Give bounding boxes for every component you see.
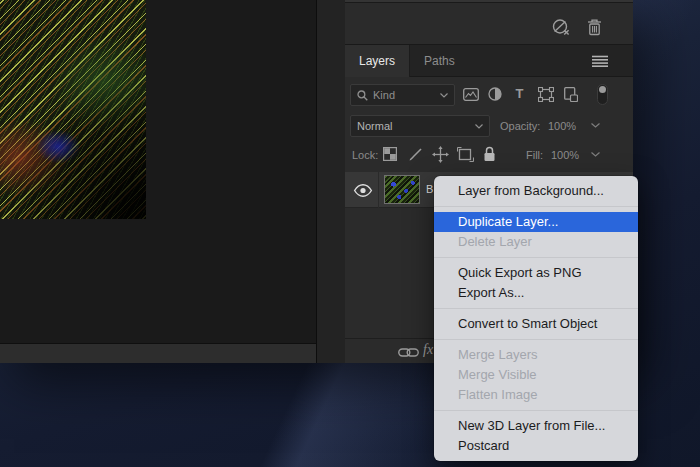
menu-item-duplicate-layer[interactable]: Duplicate Layer... [434, 212, 638, 232]
lock-pixels-brush-icon[interactable] [407, 146, 423, 162]
type-layer-filter-icon[interactable]: T [513, 86, 526, 101]
adjustment-layer-filter-icon[interactable] [487, 86, 502, 101]
layer-name: B [426, 183, 433, 195]
pixel-layer-filter-icon[interactable] [462, 87, 479, 101]
document-canvas[interactable] [0, 0, 316, 343]
menu-item-flatten-image: Flatten Image [434, 385, 638, 405]
menu-item-merge-layers: Merge Layers [434, 345, 638, 365]
tab-layers-label: Layers [359, 54, 395, 68]
document-status-bar [0, 343, 316, 363]
lock-label: Lock: [352, 149, 378, 161]
upper-panel-footer [345, 0, 633, 45]
menu-separator [434, 206, 638, 207]
filter-row: Kind T [345, 77, 633, 108]
lock-frame-icon[interactable] [456, 146, 474, 162]
link-layers-icon[interactable] [397, 346, 419, 358]
shape-layer-filter-icon[interactable] [537, 86, 554, 102]
layer-context-menu: Layer from Background... Duplicate Layer… [434, 176, 638, 461]
chevron-down-icon [475, 124, 483, 129]
menu-item-new-3d-layer[interactable]: New 3D Layer from File... [434, 416, 638, 436]
eye-column-divider [378, 172, 379, 208]
tab-paths[interactable]: Paths [410, 45, 469, 77]
menu-item-quick-export-png[interactable]: Quick Export as PNG [434, 263, 638, 283]
search-icon [357, 90, 368, 101]
blend-mode-value: Normal [357, 120, 475, 132]
menu-item-merge-visible: Merge Visible [434, 365, 638, 385]
menu-item-layer-from-background[interactable]: Layer from Background... [434, 181, 638, 201]
filter-toggle-knob [599, 86, 606, 93]
tab-paths-label: Paths [424, 54, 455, 68]
menu-separator [434, 308, 638, 309]
layer-visibility-eye-icon[interactable] [352, 183, 373, 197]
fill-value[interactable]: 100% [551, 149, 579, 161]
menu-item-postcard[interactable]: Postcard [434, 436, 638, 456]
menu-separator [434, 410, 638, 411]
sync-disabled-icon[interactable] [550, 17, 572, 37]
opacity-label: Opacity: [500, 120, 540, 132]
lock-transparency-icon[interactable] [382, 146, 397, 161]
menu-separator [434, 257, 638, 258]
peacock-feather-image [0, 0, 146, 219]
kind-filter-label: Kind [373, 89, 440, 101]
fill-label: Fill: [526, 149, 543, 161]
menu-item-convert-smart-object[interactable]: Convert to Smart Object [434, 314, 638, 334]
menu-item-delete-layer: Delete Layer [434, 232, 638, 252]
panel-tab-bar: Layers Paths [345, 45, 633, 77]
blend-mode-select[interactable]: Normal [350, 115, 490, 137]
filter-toggle[interactable] [597, 84, 608, 105]
menu-item-export-as[interactable]: Export As... [434, 283, 638, 303]
opacity-value[interactable]: 100% [548, 120, 576, 132]
panel-menu-icon[interactable] [592, 55, 608, 67]
panel-divider [345, 0, 633, 3]
lock-row: Lock: [345, 141, 633, 172]
trash-icon[interactable] [585, 17, 603, 37]
tab-layers[interactable]: Layers [345, 45, 410, 77]
chevron-down-icon[interactable] [591, 123, 600, 128]
panel-gutter [316, 0, 345, 363]
blend-row: Normal Opacity: 100% [345, 108, 633, 141]
desktop: Layers Paths [0, 0, 700, 467]
layer-thumbnail[interactable] [384, 175, 420, 204]
chevron-down-icon[interactable] [591, 152, 600, 157]
layer-style-fx-icon[interactable]: fx [423, 342, 433, 358]
chevron-down-icon [440, 93, 448, 98]
smart-object-filter-icon[interactable] [563, 86, 578, 102]
menu-separator [434, 339, 638, 340]
lock-position-move-icon[interactable] [431, 145, 449, 163]
lock-all-padlock-icon[interactable] [482, 145, 496, 162]
kind-filter-select[interactable]: Kind [350, 84, 455, 106]
